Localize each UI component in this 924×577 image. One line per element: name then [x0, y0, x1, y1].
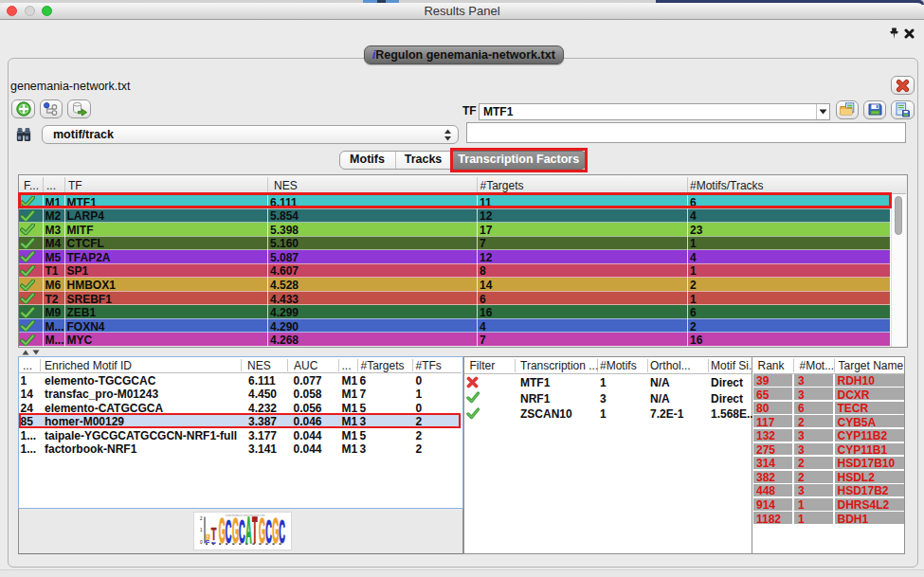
svg-text:C: C: [265, 512, 272, 550]
svg-text:C: C: [279, 512, 285, 550]
svg-text:2: 2: [200, 516, 203, 521]
svg-text:1: 1: [200, 528, 203, 532]
svg-text:A: A: [245, 512, 252, 550]
svg-text:0: 0: [200, 540, 203, 545]
svg-text:C: C: [239, 512, 245, 550]
svg-text:C: C: [226, 512, 232, 550]
svg-text:T: T: [252, 512, 258, 550]
